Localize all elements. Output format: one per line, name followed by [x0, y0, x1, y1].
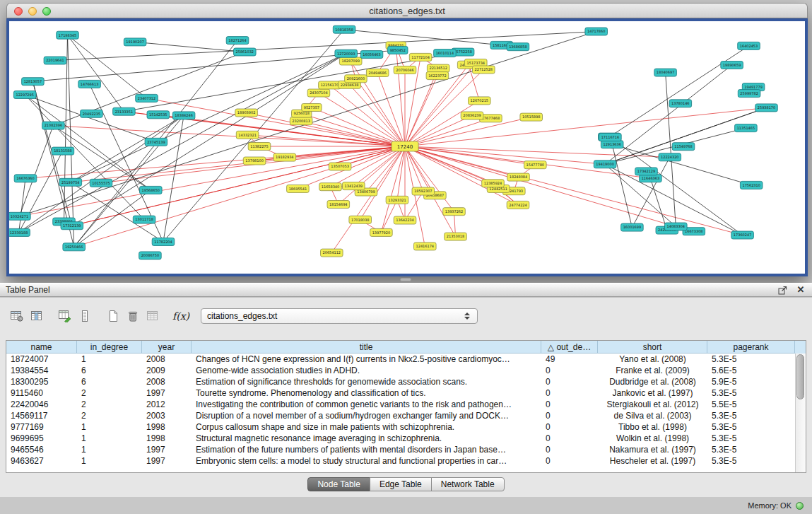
- cell-name[interactable]: 22420046: [6, 399, 77, 409]
- zoom-window-button[interactable]: [42, 7, 51, 16]
- cell-in_degree[interactable]: 2: [77, 399, 142, 409]
- cell-title[interactable]: Disruption of a novel member of a sodium…: [192, 411, 541, 421]
- cell-out_degree[interactable]: 0: [541, 399, 598, 409]
- table-chooser-select[interactable]: citations_edges.txt: [201, 308, 478, 324]
- cell-in_degree[interactable]: 1: [77, 433, 142, 443]
- cell-title[interactable]: Structural magnetic resonance image aver…: [192, 433, 541, 443]
- cell-short[interactable]: de Silva et al. (2003): [598, 411, 707, 421]
- cell-short[interactable]: Dudbridge et al. (2008): [598, 377, 707, 387]
- cell-in_degree[interactable]: 1: [77, 456, 142, 466]
- table-row[interactable]: 1456911722003Disruption of a novel membe…: [6, 410, 795, 421]
- cell-pagerank[interactable]: 5.6E-5: [707, 366, 795, 375]
- column-header-title[interactable]: title: [192, 341, 541, 354]
- tab-node-table[interactable]: Node Table: [307, 477, 370, 491]
- cell-short[interactable]: Yano et al. (2008): [598, 354, 707, 364]
- cell-name[interactable]: 9465546: [6, 445, 77, 455]
- cell-out_degree[interactable]: 0: [541, 388, 598, 398]
- cell-title[interactable]: Genome-wide association studies in ADHD.: [192, 366, 541, 375]
- row-selector-icon[interactable]: [75, 307, 95, 325]
- cell-pagerank[interactable]: 5.3E-5: [707, 433, 795, 443]
- cell-pagerank[interactable]: 5.3E-5: [707, 422, 795, 432]
- cell-name[interactable]: 9463627: [6, 456, 77, 466]
- network-canvas[interactable]: 1724015477780182480841224179312442511247…: [9, 21, 805, 274]
- network-window-titlebar[interactable]: citations_edges.txt: [6, 3, 808, 18]
- cell-out_degree[interactable]: 0: [541, 422, 598, 432]
- cell-year[interactable]: 1997: [142, 445, 192, 455]
- column-header-in_degree[interactable]: in_degree: [77, 341, 142, 354]
- tab-edge-table[interactable]: Edge Table: [370, 477, 432, 491]
- cell-out_degree[interactable]: 0: [541, 411, 598, 421]
- cell-name[interactable]: 14569117: [6, 411, 77, 421]
- cell-short[interactable]: Wolkin et al. (1998): [598, 433, 707, 443]
- cell-out_degree[interactable]: 0: [541, 433, 598, 443]
- cell-name[interactable]: 18724007: [6, 354, 77, 364]
- splitter-handle-icon[interactable]: [400, 278, 411, 281]
- table-settings-icon[interactable]: [7, 307, 27, 325]
- close-window-button[interactable]: [14, 7, 23, 16]
- column-header-out_degree[interactable]: △ out_de…: [541, 341, 598, 354]
- cell-in_degree[interactable]: 6: [77, 366, 142, 375]
- cell-short[interactable]: Stergiakouli et al. (2012): [598, 399, 707, 409]
- float-panel-icon[interactable]: [777, 285, 788, 295]
- cell-year[interactable]: 1998: [142, 422, 192, 432]
- cell-year[interactable]: 2008: [142, 354, 192, 364]
- column-header-short[interactable]: short: [598, 341, 707, 354]
- function-builder-button[interactable]: f(x): [171, 307, 191, 325]
- cell-short[interactable]: Franke et al. (2009): [598, 366, 707, 375]
- cell-year[interactable]: 1998: [142, 433, 192, 443]
- cell-in_degree[interactable]: 1: [77, 445, 142, 455]
- cell-pagerank[interactable]: 5.3E-5: [707, 388, 795, 398]
- cell-title[interactable]: Estimation of the future numbers of pati…: [192, 445, 541, 455]
- cell-short[interactable]: Jankovic et al. (1997): [598, 388, 707, 398]
- cell-pagerank[interactable]: 5.5E-5: [707, 399, 795, 409]
- cell-title[interactable]: Investigating the contribution of common…: [192, 399, 541, 409]
- cell-out_degree[interactable]: 49: [541, 354, 598, 364]
- cell-name[interactable]: 9777169: [6, 422, 77, 432]
- cell-name[interactable]: 9699695: [6, 433, 77, 443]
- delete-icon[interactable]: [123, 307, 143, 325]
- cell-short[interactable]: Hescheler et al. (1997): [598, 456, 707, 466]
- cell-in_degree[interactable]: 1: [77, 422, 142, 432]
- column-header-year[interactable]: year: [142, 341, 192, 354]
- cell-pagerank[interactable]: 5.9E-5: [707, 377, 795, 387]
- scrollbar-thumb[interactable]: [796, 354, 804, 399]
- cell-pagerank[interactable]: 5.3E-5: [707, 411, 795, 421]
- columns-visibility-icon[interactable]: [27, 307, 47, 325]
- column-header-pagerank[interactable]: pagerank: [707, 341, 795, 354]
- cell-pagerank[interactable]: 5.3E-5: [707, 354, 795, 364]
- cell-year[interactable]: 2003: [142, 411, 192, 421]
- panel-splitter[interactable]: [0, 276, 812, 283]
- cell-short[interactable]: Nakamura et al. (1997): [598, 445, 707, 455]
- table-row[interactable]: 1872400712008Changes of HCN gene express…: [6, 354, 795, 365]
- tab-network-table[interactable]: Network Table: [431, 477, 505, 491]
- cell-in_degree[interactable]: 2: [77, 388, 142, 398]
- cell-title[interactable]: Embryonic stem cells: a model to study s…: [192, 456, 541, 466]
- table-row[interactable]: 911546021997Tourette syndrome. Phenomeno…: [6, 387, 795, 399]
- cell-pagerank[interactable]: 5.3E-5: [707, 456, 795, 466]
- table-row[interactable]: 946554611997Estimation of the future num…: [6, 444, 795, 455]
- cell-in_degree[interactable]: 6: [77, 377, 142, 387]
- cell-out_degree[interactable]: 0: [541, 445, 598, 455]
- citation-network-graph[interactable]: 1724015477780182480841224179312442511247…: [9, 21, 805, 274]
- table-row[interactable]: 977716911998Corpus callosum shape and si…: [6, 421, 795, 433]
- cell-name[interactable]: 9115460: [6, 388, 77, 398]
- cell-year[interactable]: 1997: [142, 456, 192, 466]
- table-row[interactable]: 946362711997Embryonic stem cells: a mode…: [6, 455, 795, 467]
- cell-out_degree[interactable]: 0: [541, 366, 598, 375]
- close-panel-icon[interactable]: ✕: [795, 285, 806, 295]
- cell-title[interactable]: Changes of HCN gene expression and I(f) …: [192, 354, 541, 364]
- cell-name[interactable]: 18300295: [6, 377, 77, 387]
- table-row[interactable]: 1938455462009Genome-wide association stu…: [6, 365, 795, 376]
- cell-in_degree[interactable]: 1: [77, 354, 142, 364]
- table-row[interactable]: 2242004622012Investigating the contribut…: [6, 399, 795, 410]
- cell-name[interactable]: 19384554: [6, 366, 77, 375]
- column-header-name[interactable]: name: [6, 341, 77, 354]
- cell-year[interactable]: 1997: [142, 388, 192, 398]
- minimize-window-button[interactable]: [28, 7, 37, 16]
- import-table-icon[interactable]: [143, 307, 163, 325]
- cell-in_degree[interactable]: 2: [77, 411, 142, 421]
- cell-short[interactable]: Tibbo et al. (1998): [598, 422, 707, 432]
- cell-title[interactable]: Corpus callosum shape and size in male p…: [192, 422, 541, 432]
- cell-title[interactable]: Tourette syndrome. Phenomenology and cla…: [192, 388, 541, 398]
- table-row[interactable]: 1830029562008Estimation of significance …: [6, 376, 795, 387]
